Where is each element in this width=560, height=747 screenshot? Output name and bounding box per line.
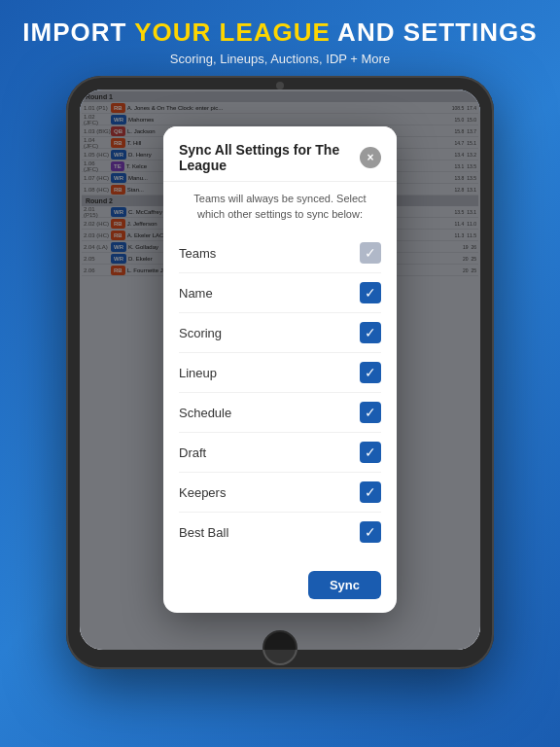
- modal-description: Teams will always be synced. Select whic…: [179, 192, 381, 222]
- setting-label-scoring: Scoring: [179, 326, 222, 340]
- setting-label-teams: Teams: [179, 246, 216, 261]
- checkbox-teams[interactable]: ✓: [360, 242, 381, 264]
- header-title-part1: IMPORT: [22, 18, 134, 47]
- modal-close-btn[interactable]: ×: [360, 147, 381, 168]
- modal-title: Sync All Settings for The League: [179, 142, 360, 173]
- header-title-part2: AND SETTINGS: [331, 18, 538, 47]
- setting-label-draft: Draft: [179, 445, 206, 460]
- setting-label-name: Name: [179, 286, 213, 301]
- modal-body: Teams will always be synced. Select whic…: [163, 182, 397, 561]
- setting-label-keepers: Keepers: [179, 485, 226, 500]
- setting-label-lineup: Lineup: [179, 366, 217, 380]
- setting-row-lineup: Lineup ✓: [179, 353, 381, 393]
- setting-label-bestball: Best Ball: [179, 525, 228, 540]
- tablet-camera: [276, 82, 284, 89]
- setting-row-name: Name ✓: [179, 273, 381, 313]
- checkbox-schedule[interactable]: ✓: [360, 402, 381, 423]
- modal-footer: Sync: [163, 561, 397, 613]
- modal-header: Sync All Settings for The League ×: [163, 126, 397, 182]
- setting-row-draft: Draft ✓: [179, 433, 381, 473]
- modal-overlay: Sync All Settings for The League × Teams…: [80, 89, 480, 650]
- sync-button[interactable]: Sync: [308, 571, 381, 599]
- setting-row-schedule: Schedule ✓: [179, 393, 381, 433]
- checkbox-bestball[interactable]: ✓: [360, 521, 381, 543]
- tablet-frame: 9:41 AM 100% CC Draft Settings Mock: Dra…: [66, 76, 494, 669]
- header-subtitle: Scoring, Lineups, Auctions, IDP + More: [19, 52, 541, 66]
- sync-settings-modal: Sync All Settings for The League × Teams…: [163, 126, 397, 613]
- header-title: IMPORT YOUR LEAGUE AND SETTINGS: [19, 18, 541, 48]
- checkbox-scoring[interactable]: ✓: [360, 322, 381, 343]
- setting-row-bestball: Best Ball ✓: [179, 513, 381, 551]
- header: IMPORT YOUR LEAGUE AND SETTINGS Scoring,…: [0, 0, 560, 76]
- checkbox-draft[interactable]: ✓: [360, 442, 381, 463]
- setting-row-teams: Teams ✓: [179, 233, 381, 273]
- setting-label-schedule: Schedule: [179, 406, 231, 420]
- app-content: 9:41 AM 100% CC Draft Settings Mock: Dra…: [80, 89, 480, 650]
- checkbox-keepers[interactable]: ✓: [360, 481, 381, 503]
- setting-row-keepers: Keepers ✓: [179, 473, 381, 513]
- checkbox-name[interactable]: ✓: [360, 282, 381, 303]
- header-title-yellow: YOUR LEAGUE: [134, 18, 331, 47]
- tablet-screen: 9:41 AM 100% CC Draft Settings Mock: Dra…: [80, 89, 480, 650]
- setting-row-scoring: Scoring ✓: [179, 313, 381, 353]
- checkbox-lineup[interactable]: ✓: [360, 362, 381, 383]
